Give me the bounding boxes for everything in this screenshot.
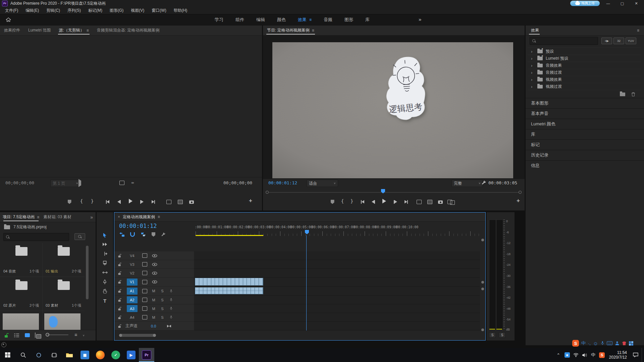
type-tool[interactable]: T (97, 297, 113, 305)
timeline-horizontal-scrollbar[interactable] (120, 334, 155, 337)
snap-magnet-icon[interactable] (130, 232, 135, 237)
panel-header-2[interactable]: Lumetri 颜色 (526, 119, 644, 129)
timeline-tab-label[interactable]: 定格动画视频案例 (123, 214, 155, 220)
track-lane-a2[interactable] (194, 296, 480, 304)
program-fit-select[interactable]: 适合∨ (307, 180, 338, 187)
clip-segment[interactable] (239, 278, 243, 285)
track-lane-a1[interactable] (194, 287, 480, 296)
action-center-icon[interactable] (630, 348, 642, 362)
ime-language-indicator[interactable]: 中 (589, 348, 598, 362)
hand-tool[interactable] (97, 287, 113, 295)
effects-tree-item-2[interactable]: ›音频效果 (528, 62, 641, 69)
taskbar-app-store[interactable]: ▦ (77, 348, 93, 362)
mute-button[interactable]: M (151, 307, 157, 311)
vertical-zoom-handle[interactable] (481, 239, 484, 241)
start-button[interactable] (0, 348, 15, 362)
track-lane-a3[interactable] (194, 304, 480, 313)
home-button[interactable] (4, 16, 13, 24)
taskbar-app-premiere[interactable]: Pr (139, 348, 154, 362)
track-lane-v4[interactable] (194, 251, 480, 260)
tab-menu-icon[interactable]: ≡ (37, 215, 39, 220)
menu-item-0[interactable]: 文件(F) (1, 7, 22, 14)
vertical-zoom-handle[interactable] (481, 281, 484, 284)
clip-segment[interactable] (247, 288, 251, 294)
workspace-tab-4[interactable]: 效果≡ (298, 17, 312, 23)
clip-thumbnail[interactable] (3, 313, 39, 330)
project-scrollbar[interactable] (86, 246, 89, 299)
track-lane-v3[interactable] (194, 260, 480, 269)
sogou-tray-icon[interactable]: S (598, 348, 606, 362)
v1-stop-motion-clips[interactable] (195, 278, 263, 286)
toggle-track-output-eye-icon[interactable] (152, 263, 157, 266)
effects-search-input[interactable] (530, 37, 598, 45)
icon-view-button[interactable] (25, 333, 30, 337)
panel-header-0[interactable]: 基本图形 (526, 98, 644, 108)
clip-segment[interactable] (243, 288, 247, 294)
track-header-v2[interactable]: V2 (114, 269, 194, 278)
taskbar-app-media[interactable]: ▶ (123, 348, 139, 362)
drag-upload-button[interactable]: 拖拽上传 (570, 1, 600, 6)
track-header-v3[interactable]: V3 (114, 260, 194, 269)
solo-button[interactable]: S (159, 315, 165, 319)
tab-lumetri-scopes[interactable]: Lumetri 范围 (24, 25, 55, 35)
step-back-button[interactable] (370, 198, 377, 205)
lock-icon[interactable] (118, 298, 121, 302)
pan-bowtie-icon[interactable] (167, 324, 171, 328)
tab-program-monitor[interactable]: 节目: 定格动画视频案例≡ (263, 25, 318, 35)
tab-project[interactable]: 项目: 7.5定格动画≡ (0, 212, 42, 222)
comparison-view-button[interactable] (447, 198, 455, 205)
panel-header-6[interactable]: 信息 (526, 160, 644, 171)
workspace-tab-0[interactable]: 学习 (215, 17, 223, 23)
program-timecode-current[interactable]: 00:00:01:12 (268, 180, 297, 185)
effects-tree-item-0[interactable]: ›预设 (528, 48, 641, 55)
program-video-frame[interactable]: 逻辑思考 (272, 42, 513, 178)
menu-item-5[interactable]: 图形(G) (106, 7, 127, 14)
lock-icon[interactable] (118, 307, 121, 311)
tab-source-monitor[interactable]: 源:（无剪辑）≡ (55, 25, 93, 35)
track-label[interactable]: V2 (127, 269, 138, 277)
solo-button[interactable]: S (159, 298, 165, 302)
timeline-playhead-line[interactable] (306, 235, 307, 330)
workspace-tab-3[interactable]: 颜色 (277, 17, 286, 23)
ime-toolbox-icon[interactable] (629, 341, 633, 346)
menu-item-4[interactable]: 标记(M) (85, 7, 106, 14)
lock-icon[interactable] (118, 271, 121, 275)
program-playhead[interactable] (381, 189, 385, 193)
clip-segment[interactable] (255, 278, 259, 285)
lift-button[interactable] (415, 198, 423, 205)
clip-segment[interactable] (195, 278, 199, 285)
lock-icon[interactable] (118, 262, 121, 266)
linked-selection-icon[interactable] (141, 232, 146, 237)
mute-button[interactable]: M (151, 315, 157, 319)
track-label[interactable]: V1 (127, 279, 138, 286)
ripple-edit-tool[interactable] (97, 250, 113, 258)
source-patch-icon[interactable] (142, 289, 147, 293)
work-area-bar[interactable] (196, 235, 263, 236)
go-to-in-button[interactable] (359, 198, 366, 205)
clip-segment[interactable] (211, 278, 215, 285)
source-patch-icon[interactable] (142, 262, 147, 266)
clip-segment[interactable] (219, 288, 223, 294)
track-header-a4[interactable]: A4 M S (114, 313, 194, 322)
vertical-zoom-handle[interactable] (481, 288, 484, 290)
slip-tool[interactable] (97, 268, 113, 277)
timeline-ruler[interactable]: :00:0000:00:01:0000:00:02:0000:00:03:000… (194, 223, 480, 237)
track-lane-a4[interactable] (194, 313, 480, 322)
tab-effect-controls[interactable]: 效果控件 (0, 25, 24, 35)
track-header-v1[interactable]: V1 (114, 278, 194, 287)
track-lane-v2[interactable] (194, 269, 480, 278)
taskbar-app-firefox[interactable] (93, 348, 108, 362)
go-to-out-button[interactable] (150, 198, 157, 205)
freeform-view-button[interactable] (35, 333, 36, 338)
panel-menu-icon[interactable]: ≡ (637, 28, 639, 33)
effects-tree-item-4[interactable]: ›视频效果 (528, 76, 641, 83)
chevron-right-icon[interactable]: › (531, 77, 534, 82)
track-label[interactable]: V3 (127, 261, 138, 268)
cortana-button[interactable] (31, 348, 46, 362)
workspace-tab-6[interactable]: 图形 (344, 17, 353, 23)
clip-segment[interactable] (235, 288, 239, 294)
source-page-select[interactable]: 第 1 页∨ (50, 180, 80, 187)
clip-segment[interactable] (195, 288, 199, 294)
program-button-editor[interactable]: + (515, 197, 522, 204)
ime-skin-icon[interactable] (622, 341, 627, 346)
